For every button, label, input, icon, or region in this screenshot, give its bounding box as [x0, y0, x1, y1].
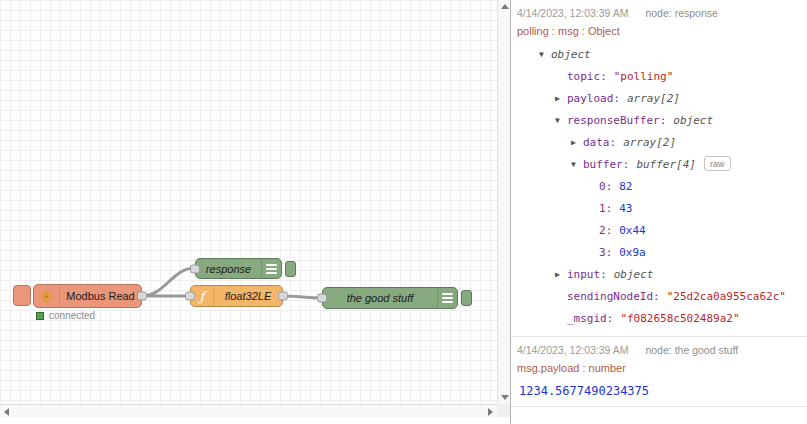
canvas-horizontal-scrollbar[interactable]	[0, 404, 497, 417]
node-label: float32LE	[214, 290, 282, 302]
debug-message-header: 4/14/2023, 12:03:39 AM node: the good st…	[517, 342, 803, 359]
debug-list-icon	[437, 288, 457, 308]
flow-canvas[interactable]: Modbus Read connected response ƒ float32…	[0, 0, 497, 404]
object-tree: object topic"polling" payloadarray[2] re…	[517, 41, 803, 330]
collapse-icon[interactable]	[555, 110, 567, 132]
source-node: node: response	[645, 7, 717, 19]
debug-sidebar[interactable]: 4/14/2023, 12:03:39 AM node: response po…	[510, 0, 807, 424]
modbus-trigger-button[interactable]	[13, 285, 31, 306]
status-text: connected	[49, 310, 95, 321]
tree-row: object	[517, 44, 803, 66]
status-dot-icon	[36, 312, 44, 320]
tree-row: 082	[517, 176, 803, 198]
node-response-debug[interactable]: response	[195, 258, 282, 279]
tree-row: responseBufferobject	[517, 110, 803, 132]
expand-icon[interactable]	[555, 264, 567, 286]
canvas-vertical-scrollbar[interactable]	[497, 0, 510, 404]
timestamp: 4/14/2023, 12:03:39 AM	[517, 344, 629, 356]
collapse-icon[interactable]	[571, 154, 583, 176]
tree-row: topic"polling"	[517, 66, 803, 88]
node-good-stuff-debug[interactable]: the good stuff	[322, 287, 458, 309]
collapse-icon[interactable]	[539, 44, 551, 66]
tree-row: 30x9a	[517, 242, 803, 264]
tree-row: dataarray[2]	[517, 132, 803, 154]
node-float32le[interactable]: ƒ float32LE	[190, 285, 283, 307]
scroll-right-arrow[interactable]	[484, 405, 497, 418]
input-port[interactable]	[190, 264, 200, 273]
wires	[0, 0, 497, 404]
tree-row: 20x44	[517, 220, 803, 242]
node-label: Modbus Read	[60, 290, 141, 302]
input-port[interactable]	[317, 294, 327, 303]
raw-toggle-button[interactable]: raw	[704, 156, 731, 171]
scroll-left-arrow[interactable]	[0, 405, 13, 418]
tree-row: payloadarray[2]	[517, 88, 803, 110]
tree-row: 143	[517, 198, 803, 220]
debug-list-icon	[261, 259, 281, 278]
node-status: connected	[36, 310, 95, 321]
tree-row: sendingNodeId"25d2ca0a955ca62c"	[517, 286, 803, 308]
node-red-app: Modbus Read connected response ƒ float32…	[0, 0, 807, 424]
timestamp: 4/14/2023, 12:03:39 AM	[517, 7, 629, 19]
message-meta: polling : msg : Object	[517, 22, 803, 41]
output-port[interactable]	[137, 292, 147, 301]
node-label: response	[196, 263, 261, 275]
scrollbar-corner	[497, 404, 510, 417]
debug-toggle-button[interactable]	[461, 290, 472, 306]
source-node: node: the good stuff	[645, 344, 738, 356]
node-label: the good stuff	[323, 292, 437, 304]
expand-icon[interactable]	[571, 132, 583, 154]
debug-message-header: 4/14/2023, 12:03:39 AM node: response	[517, 5, 803, 22]
message-meta: msg.payload : number	[517, 359, 803, 378]
debug-message: 4/14/2023, 12:03:39 AM node: the good st…	[511, 337, 807, 407]
input-port[interactable]	[185, 292, 195, 301]
gear-icon	[34, 285, 60, 307]
tree-row: _msgid"f082658c502489a2"	[517, 308, 803, 330]
debug-message: 4/14/2023, 12:03:39 AM node: response po…	[511, 0, 807, 337]
tree-row: inputobject	[517, 264, 803, 286]
expand-icon[interactable]	[555, 88, 567, 110]
output-port[interactable]	[278, 292, 288, 301]
payload-value: 1234.5677490234375	[517, 378, 803, 400]
debug-toggle-button[interactable]	[285, 261, 296, 277]
tree-row: bufferbuffer[4]raw	[517, 154, 803, 176]
node-modbus-read[interactable]: Modbus Read	[33, 284, 142, 308]
